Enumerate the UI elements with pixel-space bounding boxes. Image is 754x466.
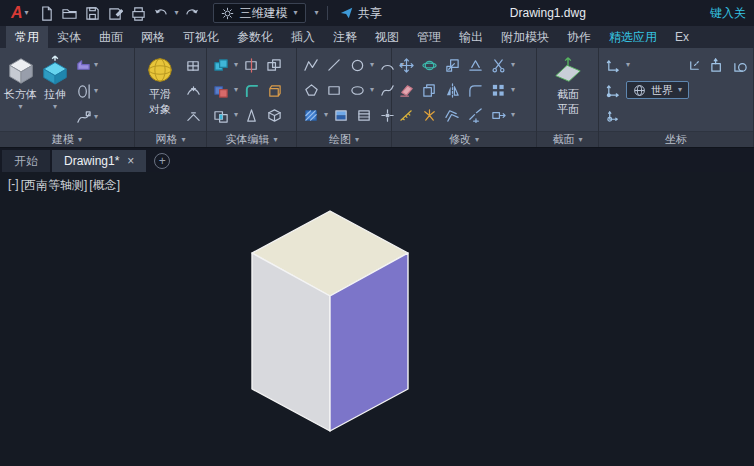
- explode-button[interactable]: [419, 105, 439, 125]
- panel-label-solid-editing[interactable]: 实体编辑 ▾: [207, 131, 296, 147]
- panel-label-section[interactable]: 截面 ▾: [537, 131, 598, 147]
- shell-button[interactable]: [264, 80, 284, 100]
- move-button[interactable]: [396, 55, 416, 75]
- union-button[interactable]: [211, 55, 231, 75]
- interfere-button[interactable]: [264, 55, 284, 75]
- ribbon-tab-featured-apps[interactable]: 精选应用: [600, 26, 666, 48]
- new-file-button[interactable]: [37, 3, 57, 23]
- chevron-down-icon: ▾: [25, 9, 29, 17]
- ribbon-tab-insert[interactable]: 插入: [282, 26, 324, 48]
- ribbon-tab-home[interactable]: 常用: [6, 26, 48, 48]
- ucs-object-button[interactable]: [730, 55, 750, 75]
- array-button[interactable]: [488, 80, 508, 100]
- stretch-button[interactable]: [488, 105, 508, 125]
- redo-button[interactable]: [182, 3, 202, 23]
- ribbon-tab-collaborate[interactable]: 协作: [558, 26, 600, 48]
- ribbon-tab-surface[interactable]: 曲面: [90, 26, 132, 48]
- ribbon-tab-visualize[interactable]: 可视化: [174, 26, 228, 48]
- gradient-button[interactable]: [331, 105, 351, 125]
- mesh-primitives-button[interactable]: [183, 55, 203, 75]
- close-icon[interactable]: ×: [127, 154, 134, 168]
- visual-style-control[interactable]: [概念]: [89, 177, 120, 194]
- drawing-tab[interactable]: Drawing1* ×: [52, 150, 146, 172]
- ucs-named-dropdown[interactable]: 世界 ▾: [626, 81, 689, 99]
- fillet-button[interactable]: [465, 80, 485, 100]
- slice-button[interactable]: [241, 55, 261, 75]
- intersect-button[interactable]: [211, 105, 231, 125]
- qat-customize-button[interactable]: ▾: [315, 9, 319, 17]
- viewport-canvas[interactable]: [-] [西南等轴测] [概念]: [0, 172, 754, 466]
- ribbon-tab-view[interactable]: 视图: [366, 26, 408, 48]
- panel-label-modify[interactable]: 修改 ▾: [392, 131, 536, 147]
- section-plane-button[interactable]: 截面 平面: [552, 51, 584, 131]
- panel-label-modeling[interactable]: 建模 ▾: [0, 131, 134, 147]
- trim-button[interactable]: [488, 55, 508, 75]
- search-field[interactable]: 键入关: [710, 5, 748, 22]
- erase-icon: [399, 83, 414, 98]
- revolve-button[interactable]: [73, 81, 93, 101]
- line-button[interactable]: [324, 55, 344, 75]
- erase-button[interactable]: [396, 80, 416, 100]
- panel-label-mesh[interactable]: 网格 ▾: [135, 131, 206, 147]
- ribbon-tab-express[interactable]: Ex: [666, 26, 698, 48]
- ucs-object-icon: [733, 58, 748, 73]
- sweep-button[interactable]: [73, 107, 93, 127]
- panel-label-text: 实体编辑: [225, 132, 269, 147]
- taper-faces-button[interactable]: [241, 105, 261, 125]
- start-tab[interactable]: 开始: [2, 150, 50, 172]
- panel-label-coordinates[interactable]: 坐标: [599, 131, 753, 147]
- extrude-button[interactable]: 拉伸 ▾: [39, 51, 71, 131]
- autocad-logo: A: [11, 4, 23, 22]
- ucs-origin-button[interactable]: [603, 105, 623, 125]
- measure-button[interactable]: [396, 105, 416, 125]
- section-plane-icon: [553, 55, 583, 85]
- named-ucs-button[interactable]: [603, 80, 623, 100]
- ribbon-tab-manage[interactable]: 管理: [408, 26, 450, 48]
- ribbon-tab-solid[interactable]: 实体: [48, 26, 90, 48]
- ucs-button[interactable]: [603, 55, 623, 75]
- smooth-more-button[interactable]: [183, 81, 203, 101]
- drawn-box-object[interactable]: [0, 172, 754, 466]
- workspace-selector[interactable]: 三维建模 ▾: [213, 3, 306, 23]
- extract-edges-button[interactable]: [264, 105, 284, 125]
- scale-button[interactable]: [442, 55, 462, 75]
- ucs-face-button[interactable]: [707, 55, 727, 75]
- copy-button[interactable]: [419, 80, 439, 100]
- box-button[interactable]: 长方体 ▾: [4, 51, 37, 131]
- offset-button[interactable]: [442, 105, 462, 125]
- save-as-button[interactable]: [106, 3, 126, 23]
- open-file-button[interactable]: [60, 3, 80, 23]
- join-button[interactable]: [465, 105, 485, 125]
- rotate-3d-button[interactable]: [419, 55, 439, 75]
- polygon-button[interactable]: [301, 80, 321, 100]
- ribbon-tab-mesh[interactable]: 网格: [132, 26, 174, 48]
- region-button[interactable]: [354, 105, 374, 125]
- ucs-previous-button[interactable]: [684, 55, 704, 75]
- rectangle-button[interactable]: [324, 80, 344, 100]
- smooth-object-button[interactable]: 平滑 对象: [139, 51, 181, 131]
- fillet-edge-button[interactable]: [241, 80, 261, 100]
- polysolid-button[interactable]: [73, 55, 93, 75]
- new-drawing-tab-button[interactable]: +: [154, 153, 170, 169]
- ellipse-button[interactable]: [347, 80, 367, 100]
- panel-label-draw[interactable]: 绘图 ▾: [297, 131, 391, 147]
- viewport-menu-control[interactable]: [-]: [8, 177, 19, 194]
- plot-button[interactable]: [129, 3, 149, 23]
- ribbon-tab-annotate[interactable]: 注释: [324, 26, 366, 48]
- align-button[interactable]: [465, 55, 485, 75]
- smooth-less-button[interactable]: [183, 107, 203, 127]
- ribbon-tab-output[interactable]: 输出: [450, 26, 492, 48]
- subtract-button[interactable]: [211, 80, 231, 100]
- share-button[interactable]: 共享: [336, 5, 386, 22]
- mirror-button[interactable]: [442, 80, 462, 100]
- app-menu-button[interactable]: A ▾: [6, 4, 34, 22]
- undo-chevron-icon[interactable]: ▾: [175, 9, 179, 17]
- ribbon-tab-parametric[interactable]: 参数化: [228, 26, 282, 48]
- circle-button[interactable]: [347, 55, 367, 75]
- hatch-button[interactable]: [301, 105, 321, 125]
- ribbon-tab-addins[interactable]: 附加模块: [492, 26, 558, 48]
- polyline-button[interactable]: [301, 55, 321, 75]
- save-button[interactable]: [83, 3, 103, 23]
- undo-button[interactable]: [152, 3, 172, 23]
- view-control[interactable]: [西南等轴测]: [21, 177, 88, 194]
